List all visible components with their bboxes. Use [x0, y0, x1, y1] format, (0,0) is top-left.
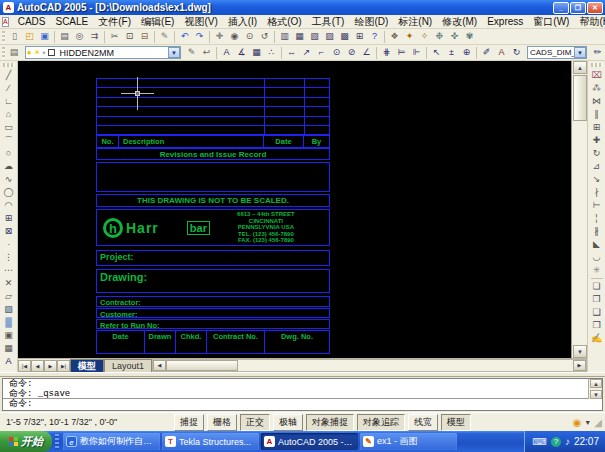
region-icon[interactable]: ▱ — [1, 290, 17, 303]
toolbar-grip[interactable] — [591, 63, 603, 67]
menu-item[interactable]: 标注(N) — [393, 15, 437, 29]
menu-item[interactable]: 视图(V) — [179, 15, 222, 29]
tab-first-button[interactable]: |◀ — [18, 360, 31, 372]
paste-icon[interactable]: ⊟ — [137, 30, 152, 44]
polygon-icon[interactable]: ⌂ — [1, 108, 17, 121]
keyboard-layout-icon[interactable]: ⌨ — [533, 436, 547, 447]
layer-lock-icon[interactable]: ▪ — [43, 48, 46, 57]
bring-to-front-icon[interactable]: ❏ — [589, 280, 605, 293]
radius-dimension-icon[interactable]: ⊙ — [329, 46, 344, 60]
custom-tool-1-icon[interactable]: ❖ — [387, 30, 402, 44]
bring-above-objects-icon[interactable]: ❑ — [589, 306, 605, 319]
plot-icon[interactable]: ▤ — [57, 30, 72, 44]
send-under-objects-icon[interactable]: ❒ — [589, 319, 605, 332]
ortho-toggle[interactable]: 正交 — [240, 414, 270, 431]
boundary-icon[interactable]: ▣ — [1, 329, 17, 342]
diameter-dimension-icon[interactable]: ⊘ — [344, 46, 359, 60]
task-button-autocad[interactable]: A AutoCAD 2005 - [... — [261, 433, 358, 450]
designcenter-icon[interactable]: ▦ — [292, 30, 307, 44]
document-icon[interactable]: A — [2, 17, 9, 27]
horizontal-scroll-thumb[interactable] — [166, 360, 238, 371]
extend-icon[interactable]: ⊢ — [589, 199, 605, 212]
gradient-icon[interactable]: ▓ — [1, 316, 17, 329]
layer-previous-icon[interactable]: ↩ — [199, 46, 214, 60]
menu-item[interactable]: 窗口(W) — [528, 15, 574, 29]
lineweight-toggle[interactable]: 线宽 — [408, 414, 438, 431]
scale-icon[interactable]: ⊿ — [589, 160, 605, 173]
custom-tool-3-icon[interactable]: ✧ — [417, 30, 432, 44]
line-icon[interactable]: ╱ — [1, 69, 17, 82]
quickcalc-icon[interactable]: ⊞ — [352, 30, 367, 44]
tab-prev-button[interactable]: ◀ — [31, 360, 44, 372]
menu-item[interactable]: 插入(I) — [223, 15, 262, 29]
break-at-point-icon[interactable]: ¦ — [589, 212, 605, 225]
tray-clock[interactable]: 22:07 — [574, 436, 599, 447]
array-icon[interactable]: ⊞ — [589, 121, 605, 134]
menu-item[interactable]: CADS — [13, 15, 51, 29]
make-block-icon[interactable]: ⊠ — [1, 225, 17, 238]
command-input[interactable]: 命令: — [3, 398, 602, 410]
dimstyle-combo[interactable]: CADS_DIM_24 ▼ — [527, 46, 587, 59]
scroll-down-icon[interactable]: ▼ — [573, 345, 587, 358]
vertical-scrollbar[interactable]: ▲ ▼ — [571, 61, 587, 358]
vertical-scroll-thumb[interactable] — [573, 75, 587, 121]
scroll-left-icon[interactable]: ◀ — [153, 360, 166, 371]
menu-item[interactable]: 格式(O) — [262, 15, 306, 29]
horizontal-scrollbar[interactable]: ◀ ▶ — [152, 359, 587, 372]
offset-icon[interactable]: ∥ — [589, 108, 605, 121]
open-icon[interactable]: ◰ — [22, 30, 37, 44]
grid-toggle[interactable]: 栅格 — [207, 414, 237, 431]
start-button[interactable]: 开始 — [0, 431, 52, 452]
edit-text-icon[interactable]: ✍ — [589, 332, 605, 345]
new-icon[interactable]: ▯ — [7, 30, 22, 44]
rotate-icon[interactable]: ↻ — [589, 147, 605, 160]
arc-icon[interactable]: ⌒ — [1, 134, 17, 147]
communication-center-icon[interactable]: ◉ — [573, 417, 582, 428]
center-mark-icon[interactable]: ⊕ — [459, 46, 474, 60]
layer-color-swatch[interactable] — [48, 49, 55, 56]
chamfer-icon[interactable]: ◣ — [589, 238, 605, 251]
quick-dimension-icon[interactable]: ⋕ — [379, 46, 394, 60]
point-icon[interactable]: ∙ — [1, 238, 17, 251]
dimstyle-combo-chevron-icon[interactable]: ▼ — [574, 47, 586, 58]
help-icon[interactable]: ? — [367, 30, 382, 44]
multiline-text-icon[interactable]: A — [1, 355, 17, 368]
zoom-window-icon[interactable]: ⊙ — [242, 30, 257, 44]
text-style-icon[interactable]: A — [219, 46, 234, 60]
tab-next-button[interactable]: ▶ — [44, 360, 57, 372]
custom-tool-5-icon[interactable]: ✜ — [447, 30, 462, 44]
undo-icon[interactable]: ↶ — [177, 30, 192, 44]
table-style-icon[interactable]: ▦ — [249, 46, 264, 60]
custom-tool-6-icon[interactable]: ✾ — [462, 30, 477, 44]
fillet-icon[interactable]: ◡ — [589, 251, 605, 264]
insert-block-icon[interactable]: ⊞ — [1, 212, 17, 225]
dimension-edit-icon[interactable]: ✐ — [479, 46, 494, 60]
ellipse-icon[interactable]: ◯ — [1, 186, 17, 199]
dim-style-manager-icon[interactable]: ∡ — [234, 46, 249, 60]
otrack-toggle[interactable]: 对象追踪 — [357, 414, 405, 431]
match-properties-icon[interactable]: ✎ — [157, 30, 172, 44]
cut-icon[interactable]: ✂ — [107, 30, 122, 44]
menu-item[interactable]: 绘图(D) — [349, 15, 393, 29]
markup-set-manager-icon[interactable]: ▩ — [337, 30, 352, 44]
ordinate-dimension-icon[interactable]: ⌐ — [314, 46, 329, 60]
menu-item[interactable]: 修改(M) — [437, 15, 482, 29]
layer-properties-manager-icon[interactable]: ▤ — [7, 46, 22, 60]
mirror-icon[interactable]: ⋈ — [589, 95, 605, 108]
tab-layout1[interactable]: Layout1 — [104, 359, 152, 372]
send-to-back-icon[interactable]: ❐ — [589, 293, 605, 306]
revision-cloud-icon[interactable]: ☁ — [1, 160, 17, 173]
menu-item[interactable]: 帮助(H) — [574, 15, 605, 29]
pan-icon[interactable]: ✚ — [212, 30, 227, 44]
tab-last-button[interactable]: ▶| — [57, 360, 70, 372]
break-icon[interactable]: ∦ — [589, 225, 605, 238]
menu-item[interactable]: SCALE — [50, 15, 93, 29]
command-history[interactable]: 命令: 命令: _qsave — [3, 379, 588, 399]
layer-combo-chevron-icon[interactable]: ▼ — [168, 47, 180, 58]
move-icon[interactable]: ✚ — [589, 134, 605, 147]
make-object-layer-current-icon[interactable]: ✎ — [184, 46, 199, 60]
quick-leader-icon[interactable]: ↖ — [429, 46, 444, 60]
task-button-tekla[interactable]: T Tekla Structures... — [162, 433, 259, 450]
scroll-up-icon[interactable]: ▲ — [573, 61, 587, 74]
model-space-toggle[interactable]: 模型 — [441, 414, 471, 431]
